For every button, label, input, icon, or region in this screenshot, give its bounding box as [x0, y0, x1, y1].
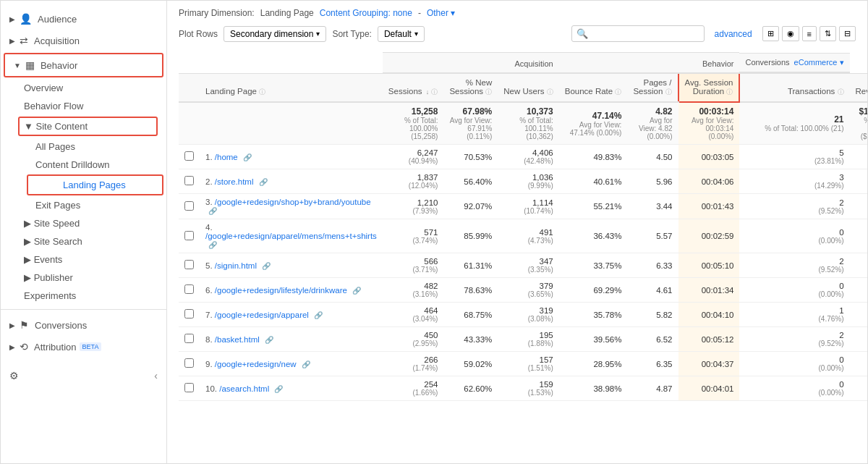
attribution-beta-badge: BETA: [80, 342, 102, 351]
site-content-arrow: ▼: [24, 121, 35, 132]
content-grouping-link[interactable]: Content Grouping: none: [320, 8, 412, 18]
avg-session-duration-header[interactable]: Avg. SessionDuration ⓘ: [678, 73, 740, 102]
pie-view-btn[interactable]: ◉: [782, 26, 799, 41]
row-transactions: 3 (14.29%): [739, 169, 849, 194]
revenue-header[interactable]: Revenue ⓘ: [850, 73, 867, 102]
sidebar-item-events[interactable]: ▶ Events: [1, 250, 166, 269]
sidebar-item-label: Site Content: [35, 121, 88, 132]
grid-view-btn[interactable]: ⊞: [762, 26, 779, 41]
row-pct-new-sessions: 70.53%: [443, 145, 498, 169]
site-search-arrow: ▶: [24, 236, 34, 247]
row-checkbox-input[interactable]: [184, 151, 194, 161]
sidebar-item-label: Conversions: [35, 320, 87, 331]
total-sessions: 15,258 % of Total: 100.00% (15,258): [383, 102, 444, 145]
transactions-header[interactable]: Transactions ⓘ: [739, 73, 849, 102]
sidebar-item-behavior[interactable]: ▼ ▦ Behavior: [4, 53, 163, 77]
search-input[interactable]: [591, 29, 699, 39]
sidebar-item-attribution[interactable]: ▶ ⟲ Attribution BETA: [1, 336, 166, 358]
row-checkbox-input[interactable]: [184, 231, 194, 240]
other-separator: -: [418, 8, 421, 18]
row-checkbox[interactable]: [179, 145, 200, 169]
primary-dimension-value: Landing Page: [260, 8, 314, 18]
landing-page-header[interactable]: Landing Page ⓘ: [200, 73, 383, 102]
row-pct-new-sessions: 62.60%: [443, 376, 498, 401]
sidebar-item-conversions[interactable]: ▶ ⚑ Conversions: [1, 314, 166, 336]
search-box[interactable]: 🔍: [571, 25, 705, 42]
sidebar-item-label: Overview: [24, 83, 63, 93]
row-new-users: 491 (4.73%): [498, 219, 558, 253]
conversions-icon: ⚑: [20, 319, 29, 331]
sidebar-item-all-pages[interactable]: All Pages: [1, 138, 166, 156]
sidebar-item-behavior-flow[interactable]: Behavior Flow: [1, 97, 166, 115]
ecommerce-select[interactable]: eCommerce: [794, 58, 844, 67]
sidebar-item-acquisition[interactable]: ▶ ⇄ Acquisition: [1, 30, 166, 51]
row-page-icon: 🔗: [314, 311, 323, 319]
sidebar-item-exit-pages[interactable]: Exit Pages: [1, 196, 166, 214]
row-checkbox-input[interactable]: [184, 284, 194, 294]
row-pct-new-sessions: 68.75%: [443, 303, 498, 327]
row-checkbox-input[interactable]: [184, 358, 194, 368]
sidebar-item-label: Behavior Flow: [24, 101, 83, 111]
sidebar-item-site-search[interactable]: ▶ Site Search: [1, 232, 166, 250]
row-revenue: $0.00 (0.00%): [850, 352, 867, 376]
row-checkbox[interactable]: [179, 253, 200, 278]
row-checkbox-input[interactable]: [184, 383, 194, 392]
row-page-icon: 🔗: [208, 241, 217, 249]
sidebar-item-content-drilldown[interactable]: Content Drilldown: [1, 156, 166, 174]
row-checkbox[interactable]: [179, 327, 200, 352]
view-icons: ⊞ ◉ ≡ ⇅ ⊟: [762, 26, 856, 41]
sidebar-item-label: Site Speed: [34, 218, 80, 229]
total-avg-session-duration: 00:03:14 Avg for View: 00:03:14 (0.00%): [678, 102, 740, 145]
row-avg-session-duration: 00:04:10: [678, 303, 740, 327]
row-checkbox[interactable]: [179, 169, 200, 194]
sidebar-item-site-content[interactable]: ▼ Site Content: [18, 117, 158, 136]
advanced-link[interactable]: advanced: [715, 29, 752, 39]
row-checkbox-input[interactable]: [184, 334, 194, 343]
table-row: 10. /asearch.html 🔗 254 (1.66%) 62.60% 1…: [179, 376, 867, 401]
sidebar-item-site-speed[interactable]: ▶ Site Speed: [1, 214, 166, 232]
compare-view-btn[interactable]: ⇅: [820, 26, 836, 41]
sidebar-item-settings[interactable]: ⚙ ‹: [1, 365, 166, 387]
sidebar-item-audience[interactable]: ▶ 👤 Audience: [1, 8, 166, 30]
bar-view-btn[interactable]: ≡: [802, 26, 817, 41]
sort-type-select[interactable]: Default: [378, 26, 425, 42]
row-checkbox-input[interactable]: [184, 309, 194, 319]
row-checkbox[interactable]: [179, 278, 200, 303]
row-checkbox-input[interactable]: [184, 201, 194, 211]
sidebar-item-experiments[interactable]: Experiments: [1, 287, 166, 305]
total-bounce-rate: 47.14% Avg for View: 47.14% (0.00%): [559, 102, 628, 145]
table-body: 1. /home 🔗 6,247 (40.94%) 70.53% 4,406 (…: [179, 145, 867, 401]
table-row: 3. /google+redesign/shop+by+brand/youtub…: [179, 194, 867, 219]
sidebar-item-label: Publisher: [34, 272, 73, 283]
row-page: 10. /asearch.html 🔗: [200, 376, 383, 401]
pages-session-header[interactable]: Pages /Session ⓘ: [627, 73, 678, 102]
row-transactions: 0 (0.00%): [739, 219, 849, 253]
pivot-view-btn[interactable]: ⊟: [839, 26, 856, 41]
new-users-header[interactable]: New Users ⓘ: [498, 73, 558, 102]
row-page: 9. /google+redesign/new 🔗: [200, 352, 383, 376]
row-page: 3. /google+redesign/shop+by+brand/youtub…: [200, 194, 383, 219]
table-row: 7. /google+redesign/apparel 🔗 464 (3.04%…: [179, 303, 867, 327]
row-pages-session: 5.57: [627, 219, 678, 253]
sidebar-item-landing-pages[interactable]: Landing Pages: [27, 174, 163, 195]
row-checkbox[interactable]: [179, 219, 200, 253]
sidebar-item-publisher[interactable]: ▶ Publisher: [1, 269, 166, 287]
row-pct-new-sessions: 59.02%: [443, 352, 498, 376]
other-link[interactable]: Other ▾: [427, 8, 455, 18]
sessions-header[interactable]: Sessions ↓ ⓘ: [383, 73, 444, 102]
row-checkbox-input[interactable]: [184, 260, 194, 269]
bounce-rate-header[interactable]: Bounce Rate ⓘ: [559, 73, 628, 102]
sidebar-item-overview[interactable]: Overview: [1, 79, 166, 97]
row-checkbox[interactable]: [179, 303, 200, 327]
acquisition-icon: ⇄: [20, 35, 28, 46]
row-checkbox[interactable]: [179, 376, 200, 401]
row-checkbox[interactable]: [179, 194, 200, 219]
row-checkbox[interactable]: [179, 352, 200, 376]
row-avg-session-duration: 00:02:59: [678, 219, 740, 253]
row-page: 4. /google+redesign/apparel/mens/mens+t+…: [200, 219, 383, 253]
row-checkbox-input[interactable]: [184, 176, 194, 185]
sidebar-item-label: Behavior: [41, 60, 77, 71]
secondary-dimension-select[interactable]: Secondary dimension: [224, 26, 326, 42]
pct-new-sessions-header[interactable]: % NewSessions ⓘ: [443, 73, 498, 102]
row-pages-session: 4.50: [627, 145, 678, 169]
